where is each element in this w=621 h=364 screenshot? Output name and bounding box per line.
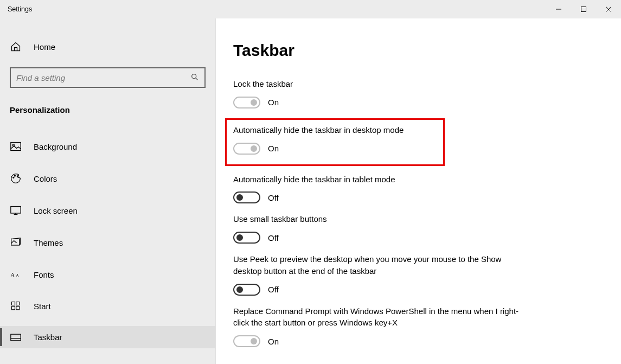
sidebar-item-label: Lock screen bbox=[34, 206, 78, 215]
sidebar-item-start[interactable]: Start bbox=[0, 295, 215, 317]
sidebar-item-colors[interactable]: Colors bbox=[0, 167, 215, 190]
page-title: Taskbar bbox=[233, 41, 601, 60]
search-input[interactable] bbox=[16, 73, 190, 82]
fonts-icon: AA bbox=[10, 270, 22, 279]
svg-rect-17 bbox=[12, 302, 15, 305]
toggle-state: Off bbox=[268, 233, 279, 242]
sidebar-item-background[interactable]: Background bbox=[0, 135, 215, 158]
toggle-small-buttons[interactable] bbox=[233, 232, 260, 244]
sidebar-item-label: Background bbox=[34, 142, 77, 151]
toggle-lock-taskbar[interactable] bbox=[233, 97, 260, 108]
setting-label: Automatically hide the taskbar in deskto… bbox=[233, 124, 437, 136]
search-icon bbox=[190, 73, 199, 83]
window-title: Settings bbox=[0, 5, 32, 13]
svg-rect-1 bbox=[581, 7, 586, 12]
setting-label: Replace Command Prompt with Windows Powe… bbox=[233, 305, 526, 329]
svg-point-8 bbox=[13, 177, 14, 178]
sidebar-item-lock-screen[interactable]: Lock screen bbox=[0, 199, 215, 222]
sidebar-item-label: Themes bbox=[34, 238, 63, 247]
setting-peek: Use Peek to preview the desktop when you… bbox=[233, 253, 526, 296]
setting-autohide-tablet: Automatically hide the taskbar in tablet… bbox=[233, 174, 526, 204]
setting-powershell: Replace Command Prompt with Windows Powe… bbox=[233, 305, 526, 348]
svg-point-9 bbox=[14, 175, 15, 176]
toggle-state: Off bbox=[268, 285, 279, 294]
themes-icon bbox=[10, 237, 22, 248]
close-button[interactable] bbox=[596, 0, 621, 18]
toggle-powershell[interactable] bbox=[233, 335, 260, 347]
picture-icon bbox=[10, 142, 22, 151]
sidebar: Home Personalization Background Colors bbox=[0, 18, 216, 364]
titlebar: Settings bbox=[0, 0, 621, 18]
sidebar-item-label: Fonts bbox=[34, 270, 54, 279]
svg-rect-20 bbox=[16, 306, 20, 310]
svg-point-10 bbox=[17, 176, 18, 177]
sidebar-item-themes[interactable]: Themes bbox=[0, 231, 215, 254]
toggle-autohide-desktop[interactable] bbox=[233, 143, 260, 155]
svg-rect-6 bbox=[11, 143, 21, 151]
sidebar-item-label: Taskbar bbox=[34, 333, 62, 342]
home-label: Home bbox=[34, 42, 55, 52]
search-box[interactable] bbox=[10, 67, 206, 88]
svg-text:A: A bbox=[16, 273, 19, 278]
svg-point-4 bbox=[192, 74, 196, 78]
section-label: Personalization bbox=[0, 88, 215, 114]
setting-label: Lock the taskbar bbox=[233, 78, 526, 90]
start-icon bbox=[10, 301, 22, 311]
svg-rect-18 bbox=[16, 302, 20, 305]
toggle-peek[interactable] bbox=[233, 284, 260, 296]
sidebar-item-fonts[interactable]: AA Fonts bbox=[0, 263, 215, 286]
toggle-state: On bbox=[268, 98, 279, 107]
palette-icon bbox=[10, 173, 22, 184]
window-controls bbox=[546, 0, 621, 18]
setting-lock-taskbar: Lock the taskbar On bbox=[233, 78, 526, 108]
toggle-state: Off bbox=[268, 193, 279, 202]
home-icon bbox=[10, 41, 22, 52]
taskbar-icon bbox=[10, 334, 22, 341]
svg-rect-19 bbox=[12, 306, 15, 310]
svg-rect-11 bbox=[11, 207, 21, 214]
svg-rect-21 bbox=[11, 334, 21, 341]
minimize-button[interactable] bbox=[546, 0, 571, 18]
toggle-state: On bbox=[268, 144, 279, 153]
setting-label: Automatically hide the taskbar in tablet… bbox=[233, 174, 526, 186]
svg-text:A: A bbox=[10, 272, 15, 279]
sidebar-item-label: Start bbox=[34, 302, 51, 311]
highlight-box: Automatically hide the taskbar in deskto… bbox=[225, 118, 445, 166]
sidebar-item-taskbar[interactable]: Taskbar bbox=[0, 326, 215, 348]
svg-line-5 bbox=[196, 78, 198, 80]
maximize-button[interactable] bbox=[571, 0, 596, 18]
setting-small-buttons: Use small taskbar buttons Off bbox=[233, 213, 526, 244]
lock-screen-icon bbox=[10, 206, 22, 215]
main-content: Taskbar Lock the taskbar On Automaticall… bbox=[216, 18, 621, 364]
setting-autohide-desktop: Automatically hide the taskbar in deskto… bbox=[233, 124, 437, 155]
setting-label: Use Peek to preview the desktop when you… bbox=[233, 253, 526, 277]
toggle-autohide-tablet[interactable] bbox=[233, 191, 260, 203]
sidebar-home[interactable]: Home bbox=[0, 37, 215, 56]
toggle-state: On bbox=[268, 337, 279, 346]
sidebar-item-label: Colors bbox=[34, 174, 57, 183]
setting-label: Use small taskbar buttons bbox=[233, 213, 526, 225]
